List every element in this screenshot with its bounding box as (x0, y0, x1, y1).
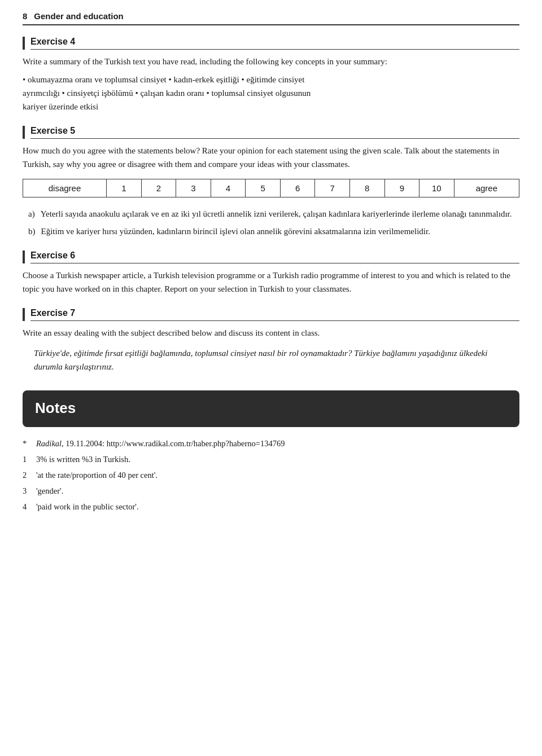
item-a-text: Yeterli sayıda anaokulu açılarak ve en a… (41, 208, 512, 221)
exercise-6-title: Exercise 6 (30, 250, 519, 263)
scale-4: 4 (211, 179, 246, 197)
bullet-kariyer: kariyer üzerinde etkisi (23, 102, 98, 111)
agree-table-container: disagree 1 2 3 4 5 6 7 8 9 10 agree (23, 179, 519, 197)
exercise-5-bar (23, 126, 25, 139)
bullet-ayrimcilik: ayrımcılığı (23, 89, 62, 98)
exercise-5-title: Exercise 5 (30, 126, 519, 139)
letter-b: b) (28, 225, 36, 238)
page-header-subtitle: Gender and education (34, 11, 123, 21)
exercise-4-bar (23, 37, 25, 50)
exercise-4-block: Exercise 4 Write a summary of the Turkis… (23, 37, 519, 113)
note-item-2: 2 'at the rate/proportion of 40 per cent… (23, 469, 519, 482)
agree-table: disagree 1 2 3 4 5 6 7 8 9 10 agree (23, 179, 519, 197)
note-item-3: 3 'gender'. (23, 485, 519, 498)
note-marker-4: 4 (23, 500, 32, 514)
scale-8: 8 (349, 179, 384, 197)
agree-label: agree (454, 179, 519, 197)
letter-a: a) (28, 208, 35, 221)
note-item-4: 4 'paid work in the public sector'. (23, 500, 519, 514)
notes-section: Notes (23, 390, 519, 427)
page-header-title: 8 (23, 11, 27, 21)
exercise-7-block: Exercise 7 Write an essay dealing with t… (23, 308, 519, 373)
notes-list: * Radikal, 19.11.2004: http://www.radika… (23, 437, 519, 514)
exercise-4-title: Exercise 4 (30, 37, 519, 50)
note-text-3: 'gender'. (36, 485, 63, 498)
exercise-5-intro: How much do you agree with the statement… (23, 144, 519, 171)
note-text-1: 3% is written %3 in Turkish. (36, 453, 130, 467)
scale-2: 2 (141, 179, 176, 197)
exercise-7-bar (23, 308, 25, 321)
notes-title: Notes (35, 399, 507, 417)
scale-1: 1 (107, 179, 142, 197)
exercise-7-title: Exercise 7 (30, 308, 519, 321)
bullet-okumayazma: • okumayazma oranı ve toplumsal cinsiyet (23, 75, 169, 84)
note-item-star: * Radikal, 19.11.2004: http://www.radika… (23, 437, 519, 451)
note-item-1: 1 3% is written %3 in Turkish. (23, 453, 519, 467)
exercise-4-label: Exercise 4 (23, 37, 519, 50)
lettered-item-b: b) Eğitim ve kariyer hırsı yüzünden, kad… (28, 225, 519, 238)
exercise-4-intro: Write a summary of the Turkish text you … (23, 55, 519, 68)
scale-6: 6 (280, 179, 315, 197)
note-text-4: 'paid work in the public sector'. (36, 500, 139, 514)
note-marker-1: 1 (23, 453, 32, 467)
exercise-5-block: Exercise 5 How much do you agree with th… (23, 126, 519, 238)
note-text-star: Radikal, 19.11.2004: http://www.radikal.… (36, 437, 285, 451)
exercise-6-block: Exercise 6 Choose a Turkish newspaper ar… (23, 250, 519, 296)
note-marker-star: * (23, 437, 32, 451)
exercise-6-label: Exercise 6 (23, 250, 519, 263)
scale-3: 3 (176, 179, 211, 197)
lettered-item-a: a) Yeterli sayıda anaokulu açılarak ve e… (28, 208, 519, 221)
exercise-4-bullets: • okumayazma oranı ve toplumsal cinsiyet… (23, 73, 519, 113)
exercise-7-turkish: Türkiye'de, eğitimde fırsat eşitliği bağ… (34, 346, 508, 373)
exercise-6-content: Choose a Turkish newspaper article, a Tu… (23, 269, 519, 296)
exercise-6-bar (23, 250, 25, 263)
bullet-calisan: • çalışan kadın oranı (135, 89, 206, 98)
scale-5: 5 (246, 179, 281, 197)
note-marker-3: 3 (23, 485, 32, 498)
scale-9: 9 (384, 179, 419, 197)
bullet-toplumsal: • toplumsal cinsiyet olgusunun (206, 89, 311, 98)
note-text-2: 'at the rate/proportion of 40 per cent'. (36, 469, 158, 482)
bullet-egitimde: • eğitimde cinsiyet (241, 75, 304, 84)
bullet-kadin-erkek: • kadın-erkek eşitliği (169, 75, 242, 84)
scale-7: 7 (315, 179, 350, 197)
disagree-label: disagree (23, 179, 107, 197)
exercise-7-label: Exercise 7 (23, 308, 519, 321)
exercise-7-intro: Write an essay dealing with the subject … (23, 327, 519, 340)
scale-10: 10 (419, 179, 454, 197)
page-container: 8 Gender and education Exercise 4 Write … (0, 0, 542, 756)
bullet-cinsiyet-isbol: • cinsiyetçi işbölümü (62, 89, 136, 98)
item-b-text: Eğitim ve kariyer hırsı yüzünden, kadınl… (41, 225, 430, 238)
exercise-5-label: Exercise 5 (23, 126, 519, 139)
note-marker-2: 2 (23, 469, 32, 482)
lettered-list: a) Yeterli sayıda anaokulu açılarak ve e… (28, 208, 519, 239)
page-header: 8 Gender and education (23, 11, 519, 25)
